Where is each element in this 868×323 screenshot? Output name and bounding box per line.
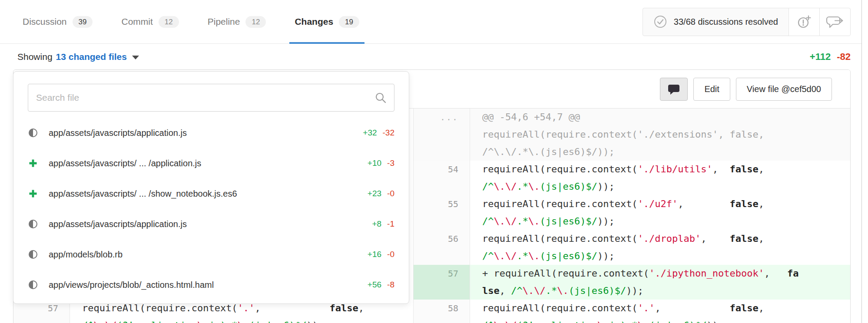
changed-file-item[interactable]: app/views/projects/blob/_actions.html.ha…	[13, 270, 409, 300]
diff-row-line-58: 58requireAll(require.context('.', false,…	[414, 300, 850, 323]
issue-plus-icon	[796, 14, 812, 30]
discussions-resolve-group: 33/68 discussions resolved	[643, 8, 851, 36]
file-modified-icon	[28, 220, 38, 228]
file-deletions: -0	[387, 189, 394, 198]
code-cell: @@ -54,6 +54,7 @@requireAll(require.cont…	[470, 109, 850, 161]
tab-list: Discussion39Commit12Pipeline12Changes19	[17, 0, 383, 43]
merge-request-changes-page: Discussion39Commit12Pipeline12Changes19 …	[0, 0, 868, 323]
tab-label: Pipeline	[208, 16, 240, 27]
toggle-comments-button[interactable]	[660, 78, 688, 101]
file-deletions: -1	[387, 219, 394, 229]
code-visual-line: /^\.\/.*\.(js|es6)$/));	[482, 213, 850, 230]
file-additions: +10	[368, 158, 381, 168]
file-modified-icon	[28, 250, 38, 259]
resolve-all-with-issue-button[interactable]	[788, 8, 820, 36]
tab-commit[interactable]: Commit12	[116, 0, 184, 43]
code-visual-line: lse, /^\.\/.*\.(js|es6)$/));	[482, 282, 850, 300]
page-scrollbar[interactable]	[861, 0, 868, 323]
changed-file-item[interactable]: app/assets/javascripts/ ... /application…	[13, 148, 409, 178]
code-visual-line: + requireAll(require.context('./ipython_…	[482, 265, 850, 282]
changed-file-item[interactable]: app/models/blob.rb+16-0	[13, 239, 409, 270]
file-additions: +56	[368, 280, 381, 290]
diff-match-row: ...@@ -54,6 +54,7 @@requireAll(require.c…	[414, 109, 850, 161]
code-visual-line: requireAll(require.context('./u2f', fals…	[482, 195, 850, 213]
code-visual-line: requireAll(require.context('.', false,	[482, 300, 850, 317]
code-visual-line: @@ -54,6 +54,7 @@	[482, 109, 850, 126]
file-additions: +32	[363, 128, 377, 138]
file-added-icon	[28, 189, 38, 198]
changed-files-list: app/assets/javascripts/application.js+32…	[13, 118, 409, 300]
code-cell: + requireAll(require.context('./ipython_…	[470, 265, 850, 300]
line-number[interactable]: 58	[414, 300, 470, 323]
overall-diff-stats: +112-82	[810, 51, 851, 63]
comment-icon	[667, 83, 680, 95]
changed-file-path: app/assets/javascripts/ ... /show_notebo…	[49, 189, 368, 199]
diff-row-line-54: 54requireAll(require.context('./lib/util…	[414, 161, 850, 195]
showing-label: Showing	[17, 52, 53, 62]
code-cell: requireAll(require.context('./lib/utils'…	[470, 161, 850, 195]
code-visual-line: /^\.\/.*\.(js|es6)$/));	[482, 178, 850, 195]
view-file-button[interactable]: View file @cef5d00	[736, 78, 832, 101]
code-cell: requireAll(require.context('./droplab', …	[470, 230, 850, 265]
file-deletions: -3	[387, 158, 394, 168]
code-visual-line: requireAll(require.context('./droplab', …	[482, 230, 850, 247]
tab-count-badge: 12	[159, 16, 179, 28]
tab-discussion[interactable]: Discussion39	[17, 0, 98, 43]
line-number[interactable]: 56	[414, 230, 470, 265]
deletions-count: -82	[837, 51, 851, 62]
chevron-down-icon	[132, 56, 139, 59]
changed-files-dropdown: app/assets/javascripts/application.js+32…	[13, 71, 409, 304]
discussions-resolved-counter: 33/68 discussions resolved	[643, 8, 789, 36]
mr-tab-bar: Discussion39Commit12Pipeline12Changes19 …	[0, 0, 868, 44]
expand-lines-gutter[interactable]: ...	[414, 109, 470, 161]
search-icon	[374, 92, 387, 104]
check-circle-icon	[653, 15, 667, 29]
changed-files-summary-row: Showing 13 changed files +112-82	[0, 44, 868, 69]
file-additions: +23	[368, 189, 381, 198]
changed-file-path: app/assets/javascripts/ ... /application…	[49, 158, 368, 168]
code-visual-line: requireAll(require.context('./extensions…	[482, 126, 850, 143]
tab-count-badge: 19	[339, 16, 359, 28]
code-cell: requireAll(require.context('./u2f', fals…	[470, 195, 850, 230]
file-deletions: -32	[383, 128, 394, 138]
tab-label: Discussion	[23, 16, 67, 27]
file-modified-icon	[28, 129, 38, 137]
resolved-counter-text: 33/68 discussions resolved	[674, 17, 778, 27]
view-file-button-label: View file @cef5d00	[747, 84, 821, 94]
line-number[interactable]: 54	[414, 161, 470, 195]
file-additions: +8	[372, 219, 381, 229]
changed-file-path: app/models/blob.rb	[49, 250, 368, 260]
edit-button-label: Edit	[704, 84, 719, 94]
changed-file-item[interactable]: app/assets/javascripts/ ... /show_notebo…	[13, 178, 409, 209]
tab-count-badge: 39	[73, 16, 93, 28]
file-search-input[interactable]	[28, 84, 394, 112]
line-number[interactable]: 57	[414, 265, 470, 300]
additions-count: +112	[810, 51, 831, 62]
tab-changes[interactable]: Changes19	[289, 0, 364, 43]
changed-file-item[interactable]: app/assets/javascripts/application.js+8-…	[13, 209, 409, 239]
changed-file-path: app/views/projects/blob/_actions.html.ha…	[49, 280, 368, 290]
tab-label: Commit	[121, 16, 152, 27]
edit-button[interactable]: Edit	[693, 78, 730, 101]
diff-pane-new: ...@@ -54,6 +54,7 @@requireAll(require.c…	[413, 109, 850, 323]
changed-files-count-link[interactable]: 13 changed files	[56, 52, 127, 62]
diff-row-line-57: 57+ requireAll(require.context('./ipytho…	[414, 265, 850, 300]
changed-file-path: app/assets/javascripts/application.js	[49, 219, 372, 229]
tab-pipeline[interactable]: Pipeline12	[202, 0, 272, 43]
changed-file-item[interactable]: app/assets/javascripts/application.js+32…	[13, 118, 409, 148]
diff-right-rows: ...@@ -54,6 +54,7 @@requireAll(require.c…	[414, 109, 850, 323]
line-number[interactable]: 55	[414, 195, 470, 230]
file-deletions: -8	[387, 280, 394, 290]
file-modified-icon	[28, 280, 38, 289]
tab-label: Changes	[295, 16, 333, 27]
file-additions: +16	[368, 250, 381, 259]
code-visual-line: /^\.\/(?!application\.js).*\.(js|es6)$/)…	[482, 317, 850, 323]
diff-row-line-56: 56requireAll(require.context('./droplab'…	[414, 230, 850, 265]
code-visual-line: /^\.\/(?!application\.js).*\.(js|es6)$/)…	[82, 317, 413, 323]
changed-file-path: app/assets/javascripts/application.js	[49, 128, 363, 138]
jump-to-next-discussion-button[interactable]	[819, 8, 851, 36]
code-visual-line: /^\.\/.*\.(js|es6)$/));	[482, 247, 850, 265]
code-cell: requireAll(require.context('.', false,/^…	[470, 300, 850, 323]
changed-files-dropdown-toggle[interactable]: 13 changed files	[56, 52, 139, 62]
tab-count-badge: 12	[245, 16, 266, 28]
